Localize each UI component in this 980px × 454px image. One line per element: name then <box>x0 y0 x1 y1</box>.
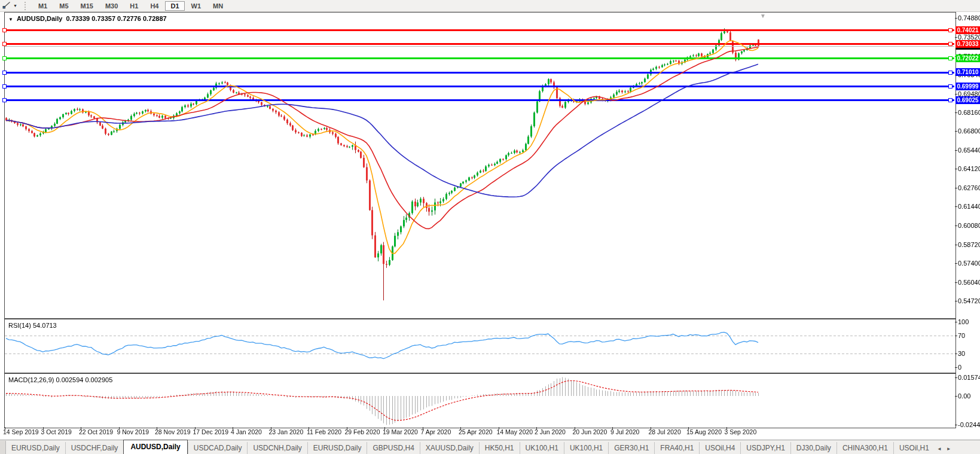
chart-tab-uk100-h1[interactable]: UK100,H1 <box>520 442 564 454</box>
toolbar: ▼ M1M5M15M30H1H4D1W1MN <box>0 0 980 12</box>
date-label: 2 Jun 2020 <box>535 428 566 435</box>
price-axis-label: 0.54720 <box>958 297 980 304</box>
date-label: 14 Sep 2019 <box>3 428 39 435</box>
price-axis-label: 0.61440 <box>958 203 980 210</box>
chart-title: ▼AUDUSD,Daily 0.73339 0.73357 0.72776 0.… <box>8 15 167 22</box>
level-price-tag[interactable]: 0.72022 <box>955 54 980 62</box>
date-label: 22 Oct 2019 <box>79 428 113 435</box>
level-line-handle[interactable] <box>2 42 7 46</box>
chart-symbol: AUDUSD,Daily <box>17 15 62 22</box>
tab-scroll-right-icon[interactable]: ► <box>944 446 954 454</box>
rsi-value: 54.0713 <box>33 322 57 329</box>
price-axis-label: 0.60080 <box>958 222 980 229</box>
toolbar-grip <box>25 2 29 10</box>
rsi-axis-label: 100 <box>958 318 969 325</box>
timeframe-button-m1[interactable]: M1 <box>33 1 53 11</box>
tab-scroll-left-icon[interactable]: ◄ <box>935 446 944 454</box>
date-label: 9 Jul 2020 <box>610 428 639 435</box>
level-price-tag[interactable]: 0.69025 <box>955 96 980 104</box>
level-line-handle[interactable] <box>2 84 7 89</box>
macd-main-value: 0.002594 <box>56 376 83 383</box>
chart-tab-usoil-h1[interactable]: USOil,H1 <box>893 442 935 454</box>
level-price-tag[interactable]: 0.69999 <box>955 83 980 90</box>
level-price-tag[interactable]: 0.74021 <box>955 26 980 34</box>
level-line-handle[interactable] <box>2 71 7 75</box>
level-line-handle[interactable] <box>948 56 952 60</box>
date-label: 25 Apr 2020 <box>459 428 493 435</box>
timeframe-button-d1[interactable]: D1 <box>165 1 184 11</box>
timeframe-button-mn[interactable]: MN <box>207 1 228 11</box>
macd-signal-value: 0.002905 <box>85 376 112 383</box>
price-axis-label: 0.56040 <box>958 279 980 286</box>
price-axis-label: 0.66800 <box>958 127 980 135</box>
date-label: 28 Jul 2020 <box>649 428 681 435</box>
chart-tab-gbpusd-h4[interactable]: GBPUSD,H4 <box>367 442 419 454</box>
rsi-axis-label: 0 <box>958 364 961 371</box>
chart-tab-uk100-h1[interactable]: UK100,H1 <box>564 442 608 454</box>
chart-tab-ger30-h1[interactable]: GER30,H1 <box>608 442 654 454</box>
timeframe-button-m15[interactable]: M15 <box>75 1 99 11</box>
level-line-handle[interactable] <box>2 98 7 102</box>
level-line-handle[interactable] <box>948 71 952 75</box>
price-axis-label: 0.57400 <box>958 260 980 267</box>
dropdown-caret-icon[interactable]: ▼ <box>13 4 17 8</box>
drawing-tool-button[interactable]: ▼ <box>0 1 20 11</box>
date-label: 29 Feb 2020 <box>345 428 380 435</box>
chart-tab-fra40-h1[interactable]: FRA40,H1 <box>654 442 699 454</box>
price-axis-label: 0.62760 <box>958 184 980 191</box>
level-price-tag[interactable]: 0.73033 <box>955 40 980 48</box>
price-axis-label: 0.58720 <box>958 241 980 248</box>
chart-tab-usdcad-daily[interactable]: USDCAD,Daily <box>188 442 248 454</box>
macd-axis-label: 0.00 <box>958 392 970 400</box>
chart-tab-dj30-daily[interactable]: DJ30,Daily <box>790 442 836 454</box>
level-line-handle[interactable] <box>2 28 7 32</box>
trading-terminal-window: ▼ M1M5M15M30H1H4D1W1MN ▼AUDUSD,Daily 0.7… <box>0 0 980 454</box>
timeframe-button-h4[interactable]: H4 <box>145 1 164 11</box>
chart-tab-eurusd-daily[interactable]: EURUSD,Daily <box>307 442 367 454</box>
level-line-handle[interactable] <box>948 84 952 89</box>
chart-tab-usdjpy-h1[interactable]: USDJPY,H1 <box>740 442 790 454</box>
date-label: 17 Dec 2019 <box>193 428 229 435</box>
timeframe-button-m5[interactable]: M5 <box>54 1 74 11</box>
price-axis-label: 0.74880 <box>958 14 980 22</box>
date-label: 19 Mar 2020 <box>383 428 418 435</box>
timeframe-buttons: M1M5M15M30H1H4D1W1MN <box>32 0 229 11</box>
ohlc-close: 0.72887 <box>143 15 167 22</box>
level-line-handle[interactable] <box>948 42 952 46</box>
chart-tab-hk50-h1[interactable]: HK50,H1 <box>479 442 520 454</box>
level-price-tag[interactable]: 0.71010 <box>955 68 980 76</box>
chart-tab-usoil-h4[interactable]: USOil,H4 <box>699 442 740 454</box>
chart-tab-xauusd-daily[interactable]: XAUUSD,Daily <box>420 442 479 454</box>
ohlc-high: 0.73357 <box>91 15 115 22</box>
level-line-handle[interactable] <box>948 98 952 102</box>
macd-axis-label: 0.015741 <box>958 374 980 381</box>
level-line-handle[interactable] <box>948 28 952 32</box>
chart-tab-usdchf-daily[interactable]: USDCHF,Daily <box>65 442 124 454</box>
rsi-axis-label: 70 <box>958 332 965 339</box>
date-label: 20 Jun 2020 <box>573 428 607 435</box>
date-label: 15 Aug 2020 <box>686 428 722 435</box>
chart-tab-eurusd-daily[interactable]: EURUSD,Daily <box>6 442 65 454</box>
chart-canvas[interactable] <box>0 0 980 454</box>
symbol-caret-icon: ▼ <box>8 17 13 22</box>
date-label: 3 Oct 2019 <box>41 428 72 435</box>
date-label: 3 Sep 2020 <box>725 428 757 435</box>
date-label: 7 Apr 2020 <box>421 428 451 435</box>
level-line-handle[interactable] <box>2 56 7 60</box>
ohlc-open: 0.73339 <box>66 15 90 22</box>
date-label: 11 Feb 2020 <box>307 428 341 435</box>
timeframe-button-w1[interactable]: W1 <box>186 1 207 11</box>
chart-tab-audusd-daily[interactable]: AUDUSD,Daily <box>123 440 187 454</box>
chart-tab-usdcnh-daily[interactable]: USDCNH,Daily <box>247 442 307 454</box>
chart-tab-bar: EURUSD,DailyUSDCHF,DailyAUDUSD,DailyUSDC… <box>0 440 980 454</box>
line-tool-icon <box>2 1 11 11</box>
date-label: 4 Jan 2020 <box>231 428 262 435</box>
chart-tab-china300-h1[interactable]: CHINA300,H1 <box>836 442 893 454</box>
ohlc-low: 0.72776 <box>117 15 141 22</box>
date-label: 14 May 2020 <box>497 428 533 435</box>
price-axis-label: 0.65440 <box>958 147 980 154</box>
chart-shift-marker-icon[interactable]: ▼ <box>760 13 766 19</box>
timeframe-button-h1[interactable]: H1 <box>124 1 144 11</box>
date-label: 23 Jan 2020 <box>269 428 304 435</box>
timeframe-button-m30[interactable]: M30 <box>100 1 123 11</box>
